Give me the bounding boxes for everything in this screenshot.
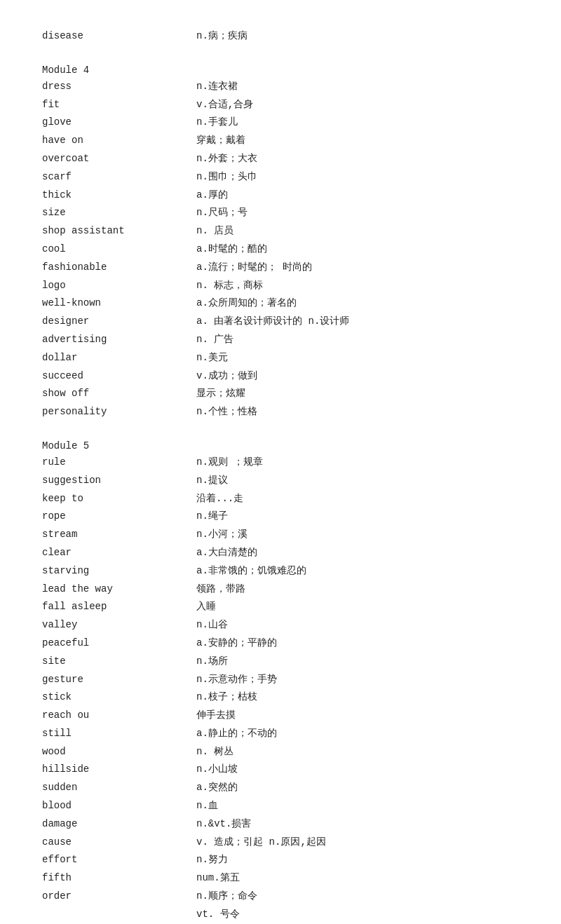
extra-entries: vt. 号令in order to为了directorn.主任 (42, 906, 519, 924)
module4-entry-9-en: cool (42, 241, 196, 258)
module4-entry-18-en: personality (42, 404, 196, 421)
module5-entry-22-zh: n.努力 (196, 852, 228, 869)
extra-entry-0: vt. 号令 (42, 906, 519, 923)
module4-entry-15-zh: n.美元 (196, 350, 228, 367)
module5-entry-15-en: still (42, 726, 196, 742)
module5-entry-1: suggestionn.提议 (42, 473, 519, 489)
module5-entry-5-zh: a.大白清楚的 (196, 545, 257, 562)
module5-entry-10: peacefula.安静的；平静的 (42, 635, 519, 652)
module5-entry-10-zh: a.安静的；平静的 (196, 635, 277, 652)
module4-entry-10: fashionablea.流行；时髦的； 时尚的 (42, 259, 519, 276)
module4-entry-6: thicka.厚的 (42, 187, 519, 204)
module5-entry-12-en: gesture (42, 672, 196, 688)
module4-entry-8: shop assistantn. 店员 (42, 223, 519, 240)
module5-entry-21: causev. 造成；引起 n.原因,起因 (42, 834, 519, 851)
entry-disease: disease n.病；疾病 (42, 28, 519, 45)
module4-entry-1-zh: v.合适,合身 (196, 97, 253, 114)
module5-entry-2-en: keep to (42, 491, 196, 508)
module5-entry-16: woodn. 树丛 (42, 744, 519, 761)
module5-entry-14-zh: 伸手去摸 (196, 707, 236, 724)
module5-entry-23-zh: num.第五 (196, 870, 240, 887)
module4-entry-13: designera. 由著名设计师设计的 n.设计师 (42, 313, 519, 330)
module5-entry-15: stilla.静止的；不动的 (42, 726, 519, 742)
module4-entry-18: personalityn.个性；性格 (42, 404, 519, 421)
module5-entry-1-zh: n.提议 (196, 473, 228, 489)
module5-entry-17: hillsiden.小山坡 (42, 761, 519, 778)
module5-entry-16-zh: n. 树丛 (196, 744, 234, 761)
module5-entry-4: streamn.小河；溪 (42, 526, 519, 543)
module4-entry-14-zh: n. 广告 (196, 332, 234, 348)
module5-entry-9-en: valley (42, 617, 196, 634)
module5-entry-13-en: stick (42, 689, 196, 706)
module4-entry-13-zh: a. 由著名设计师设计的 n.设计师 (196, 313, 349, 330)
module5-entry-19-zh: n.血 (196, 798, 218, 815)
module4-entry-14-en: advertising (42, 332, 196, 348)
module5-entry-16-en: wood (42, 744, 196, 761)
module5-entry-22: effortn.努力 (42, 852, 519, 869)
module4-entry-16: succeedv.成功；做到 (42, 368, 519, 385)
module5-entry-18-zh: a.突然的 (196, 780, 238, 796)
module5-entry-7-zh: 领路，带路 (196, 581, 245, 598)
module5-entry-6: starvinga.非常饿的；饥饿难忍的 (42, 563, 519, 580)
module4-entry-11-zh: n. 标志，商标 (196, 278, 263, 294)
module5-entry-18-en: sudden (42, 780, 196, 796)
module5-entry-21-zh: v. 造成；引起 n.原因,起因 (196, 834, 326, 851)
module5-entry-8: fall asleep入睡 (42, 599, 519, 616)
module5-entry-8-zh: 入睡 (196, 599, 216, 616)
module4-entry-7: sizen.尺码；号 (42, 205, 519, 222)
module4-entry-15: dollarn.美元 (42, 350, 519, 367)
module4-entry-8-zh: n. 店员 (196, 223, 234, 240)
module5-entry-17-zh: n.小山坡 (196, 761, 238, 778)
module4-entry-11: logon. 标志，商标 (42, 278, 519, 294)
module5-entry-20-zh: n.&vt.损害 (196, 816, 251, 833)
module4-entry-1-en: fit (42, 97, 196, 114)
module4-entry-5-en: scarf (42, 169, 196, 186)
module4-entry-17-en: show off (42, 386, 196, 402)
module4-entry-18-zh: n.个性；性格 (196, 404, 257, 421)
module4-entry-1: fitv.合适,合身 (42, 97, 519, 114)
module5-entry-24-zh: n.顺序；命令 (196, 888, 257, 905)
module5-entry-14-en: reach ou (42, 707, 196, 724)
module4-entry-15-en: dollar (42, 350, 196, 367)
module4-header: Module 4 (42, 64, 519, 76)
module4-entry-4: overcoatn.外套；大衣 (42, 151, 519, 168)
module5-entry-8-en: fall asleep (42, 599, 196, 616)
module5-entry-15-zh: a.静止的；不动的 (196, 726, 277, 742)
module4-entry-10-en: fashionable (42, 259, 196, 276)
module5-entry-1-en: suggestion (42, 473, 196, 489)
module4-entry-6-en: thick (42, 187, 196, 204)
module4-entry-8-en: shop assistant (42, 223, 196, 240)
module5-entry-12-zh: n.示意动作；手势 (196, 672, 277, 688)
module5-entry-11: siten.场所 (42, 653, 519, 670)
module4-entry-3-en: have on (42, 133, 196, 149)
module5-entry-0: rulen.观则 ；规章 (42, 454, 519, 471)
module5-entry-14: reach ou伸手去摸 (42, 707, 519, 724)
module4-entry-4-en: overcoat (42, 151, 196, 168)
module4-entry-16-zh: v.成功；做到 (196, 368, 257, 385)
module5-entry-19: bloodn.血 (42, 798, 519, 815)
module5-entry-24: ordern.顺序；命令 (42, 888, 519, 905)
module4-entry-5-zh: n.围巾；头巾 (196, 169, 257, 186)
module5-entry-13: stickn.枝子；枯枝 (42, 689, 519, 706)
module5-entry-7: lead the way领路，带路 (42, 581, 519, 598)
module4-entry-0: dressn.连衣裙 (42, 79, 519, 95)
entry-disease-en: disease (42, 28, 196, 45)
module5-entry-9: valleyn.山谷 (42, 617, 519, 634)
module5-entry-10-en: peaceful (42, 635, 196, 652)
module4-entry-0-zh: n.连衣裙 (196, 79, 238, 95)
module5-entry-12: gesturen.示意动作；手势 (42, 672, 519, 688)
module5-entry-23-en: fifth (42, 870, 196, 887)
module4-entry-11-en: logo (42, 278, 196, 294)
module5-entry-2-zh: 沿着...走 (196, 491, 243, 508)
module4-entry-10-zh: a.流行；时髦的； 时尚的 (196, 259, 312, 276)
module5-entry-23: fifthnum.第五 (42, 870, 519, 887)
module5-entry-4-zh: n.小河；溪 (196, 526, 248, 543)
module4-entry-17-zh: 显示；炫耀 (196, 386, 245, 402)
module5-entry-6-en: starving (42, 563, 196, 580)
module5-entry-4-en: stream (42, 526, 196, 543)
module4-entry-3-zh: 穿戴；戴着 (196, 133, 245, 149)
module5-entry-3-zh: n.绳子 (196, 508, 228, 525)
module5-entry-20: damagen.&vt.损害 (42, 816, 519, 833)
module5-entry-0-zh: n.观则 ；规章 (196, 454, 263, 471)
module5-entry-18: suddena.突然的 (42, 780, 519, 796)
